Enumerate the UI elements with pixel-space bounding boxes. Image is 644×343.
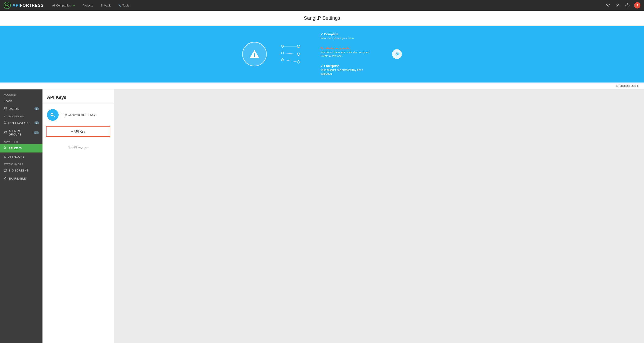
sidebar-item-people[interactable]: People — [0, 97, 42, 105]
help-icon[interactable]: ? — [634, 2, 640, 8]
banner-wrench-button[interactable] — [392, 49, 402, 59]
svg-rect-26 — [4, 169, 7, 171]
svg-point-4 — [617, 4, 618, 6]
banner-items-list: ✓ Complete New users joined your team. N… — [320, 32, 374, 76]
banner-item-complete: ✓ Complete New users joined your team. — [320, 32, 374, 40]
nav-tools[interactable]: 🔧 Tools — [116, 3, 130, 8]
content-area: API Keys Tip: Generate an API Key. + API… — [42, 90, 644, 343]
main-layout: ACCOUNT People USERS 3 Notifications — [0, 90, 644, 343]
api-hooks-icon — [4, 155, 6, 158]
api-keys-title: API Keys — [42, 90, 114, 104]
svg-point-20 — [4, 147, 6, 148]
svg-point-5 — [627, 5, 628, 6]
sidebar-item-alerts-groups[interactable]: ALERTS GROUPS 13 — [0, 127, 42, 138]
nav-arrow-icon: → — [72, 4, 75, 7]
vault-icon: 🗄 — [100, 4, 103, 7]
sidebar-section-account: ACCOUNT — [0, 91, 42, 97]
svg-point-19 — [6, 131, 7, 132]
tip-text: Tip: Generate an API Key. — [62, 113, 96, 116]
tip-area: Tip: Generate an API Key. — [42, 104, 114, 126]
page-title: SangitP Settings — [0, 11, 644, 26]
logo[interactable]: APIFORTRESS — [4, 2, 44, 9]
status-bar: All changes saved. — [0, 82, 644, 90]
alerts-groups-badge: 13 — [34, 131, 39, 134]
svg-point-1 — [606, 4, 608, 6]
users-badge: 3 — [34, 107, 39, 110]
nav-vault[interactable]: 🗄 Vault — [99, 3, 112, 8]
svg-text:!: ! — [254, 52, 255, 58]
sidebar-section-notifications: Notifications — [0, 113, 42, 119]
sidebar-item-api-hooks[interactable]: API HOOKS — [0, 152, 42, 161]
big-screens-icon — [4, 169, 7, 172]
svg-rect-23 — [4, 155, 6, 158]
no-api-keys-message: No API keys yet — [42, 137, 114, 158]
tools-icon: 🔧 — [118, 4, 121, 7]
sidebar-item-notifications[interactable]: NOTIFICATIONS 0 — [0, 119, 42, 127]
svg-point-16 — [4, 107, 5, 109]
svg-point-17 — [6, 107, 7, 108]
shareable-icon — [4, 177, 6, 180]
sidebar-item-users[interactable]: USERS 3 — [0, 105, 42, 113]
sidebar-item-big-screens[interactable]: BIG SCREENS — [0, 166, 42, 175]
logo-icon — [4, 2, 11, 9]
users-icon — [4, 107, 7, 111]
banner-item-no-alerts: No alerts recipients You do not have any… — [320, 46, 374, 58]
sidebar-section-status: Status Pages — [0, 161, 42, 166]
top-navigation: APIFORTRESS All Companies → Projects 🗄 V… — [0, 0, 644, 11]
sidebar: ACCOUNT People USERS 3 Notifications — [0, 90, 42, 343]
settings-icon[interactable] — [624, 2, 630, 8]
notifications-badge: 0 — [34, 122, 39, 124]
sidebar-section-advanced: Advanced — [0, 138, 42, 144]
api-keys-icon — [4, 146, 7, 150]
sidebar-item-shareable[interactable]: SHAREABLE — [0, 175, 42, 183]
svg-point-31 — [4, 178, 4, 178]
svg-point-32 — [6, 179, 6, 179]
logo-text: APIFORTRESS — [12, 3, 44, 8]
add-user-icon[interactable] — [605, 2, 611, 8]
right-empty-panel — [114, 90, 644, 343]
nav-icon-group: ? — [605, 2, 640, 8]
sidebar-item-api-keys[interactable]: API KEYS — [0, 144, 42, 152]
connector-lines — [280, 38, 307, 70]
nav-projects[interactable]: Projects — [81, 3, 94, 8]
svg-line-11 — [282, 53, 298, 54]
banner-warning-icon: ! — [242, 42, 267, 66]
svg-line-12 — [282, 60, 298, 62]
svg-point-30 — [6, 177, 6, 178]
svg-line-34 — [4, 178, 5, 179]
notifications-icon — [4, 121, 6, 125]
svg-point-18 — [4, 131, 5, 132]
onboarding-banner: ! ✓ Complete New users joined your team.… — [0, 26, 644, 82]
key-circle-icon — [47, 109, 58, 121]
user-icon[interactable] — [614, 2, 621, 8]
svg-line-33 — [4, 178, 5, 178]
api-keys-panel: API Keys Tip: Generate an API Key. + API… — [42, 90, 114, 343]
alerts-groups-icon — [4, 131, 7, 134]
banner-item-enterprise: ✓ Enterprise Your account has successful… — [320, 64, 374, 76]
nav-all-companies[interactable]: All Companies → — [51, 3, 77, 8]
add-api-key-button[interactable]: + API Key — [46, 126, 110, 137]
